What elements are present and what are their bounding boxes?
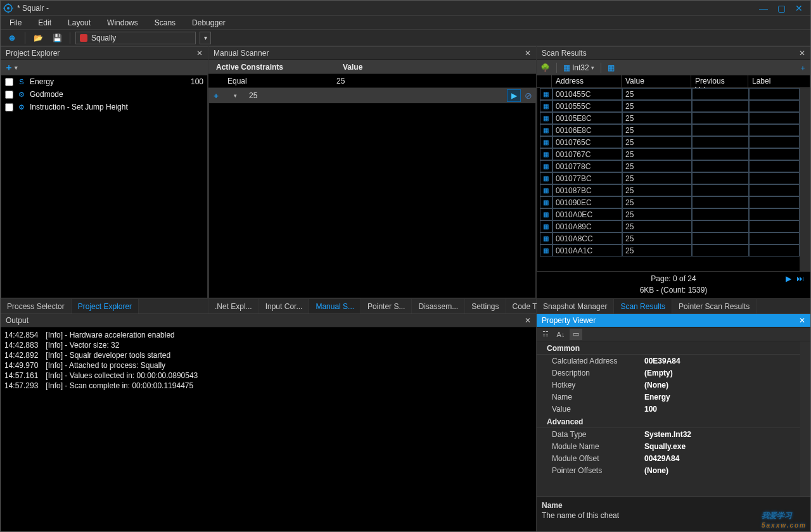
cancel-scan-icon[interactable]: ⊘ bbox=[521, 91, 536, 101]
constraint-type-dropdown[interactable]: ▾ bbox=[224, 92, 246, 99]
last-page-icon[interactable]: ⏭ bbox=[796, 274, 804, 283]
property-row[interactable]: Description (Empty) bbox=[537, 367, 800, 379]
start-scan-button[interactable]: ▶ bbox=[507, 89, 521, 102]
save-icon[interactable]: 💾 bbox=[49, 32, 65, 44]
property-row[interactable]: Name Energy bbox=[537, 391, 800, 403]
close-icon[interactable]: ✕ bbox=[525, 49, 531, 58]
project-explorer-header[interactable]: Project Explorer ✕ bbox=[1, 46, 208, 60]
property-row[interactable]: Module Name Squally.exe bbox=[537, 440, 800, 452]
menu-windows[interactable]: Windows bbox=[103, 17, 142, 28]
result-row[interactable]: ▦ 0010A89C 25 bbox=[537, 220, 800, 232]
result-row[interactable]: ▦ 001090EC 25 bbox=[537, 196, 800, 208]
tree-view-icon[interactable]: 🌳 bbox=[540, 63, 550, 72]
maximize-button[interactable]: ▢ bbox=[772, 3, 790, 13]
result-row[interactable]: ▦ 00106E8C 25 bbox=[537, 124, 800, 136]
tab[interactable]: Manual S... bbox=[309, 299, 361, 314]
property-value[interactable]: (None) bbox=[644, 379, 800, 391]
property-row[interactable]: Hotkey (None) bbox=[537, 379, 800, 391]
process-selector[interactable]: Squally bbox=[75, 32, 196, 44]
tab[interactable]: .Net Expl... bbox=[208, 299, 259, 314]
result-row[interactable]: ▦ 0010778C 25 bbox=[537, 160, 800, 172]
property-row[interactable]: Calculated Address 00E39A84 bbox=[537, 355, 800, 367]
result-row[interactable]: ▦ 0010765C 25 bbox=[537, 136, 800, 148]
item-checkbox[interactable] bbox=[5, 103, 13, 111]
result-row[interactable]: ▦ 0010A0EC 25 bbox=[537, 208, 800, 220]
result-row[interactable]: ▦ 0010767C 25 bbox=[537, 148, 800, 160]
process-dropdown-icon[interactable]: ▾ bbox=[200, 32, 211, 44]
property-value[interactable]: System.Int32 bbox=[644, 428, 800, 440]
titlebar[interactable]: * Squalr - — ▢ ✕ bbox=[1, 1, 810, 16]
property-row[interactable]: Data Type System.Int32 bbox=[537, 428, 800, 440]
manual-scanner-header[interactable]: Manual Scanner ✕ bbox=[208, 46, 536, 60]
columns-icon[interactable]: ▦ bbox=[608, 63, 615, 72]
menu-edit[interactable]: Edit bbox=[34, 17, 55, 28]
tab[interactable]: Snapshot Manager bbox=[537, 299, 614, 314]
property-row[interactable]: Value 100 bbox=[537, 403, 800, 415]
tab[interactable]: Pointer S... bbox=[361, 299, 412, 314]
scan-value-input[interactable]: 25 bbox=[246, 91, 507, 100]
property-value[interactable]: Energy bbox=[644, 391, 800, 403]
project-item[interactable]: ⚙ Instruction - Set Jump Height bbox=[1, 101, 207, 113]
close-icon[interactable]: ✕ bbox=[799, 49, 805, 58]
add-result-button[interactable]: ＋ bbox=[799, 63, 807, 73]
menu-file[interactable]: File bbox=[6, 17, 25, 28]
result-row[interactable]: ▦ 0010555C 25 bbox=[537, 100, 800, 112]
output-header[interactable]: Output ✕ bbox=[1, 314, 536, 327]
property-value[interactable]: 00429A84 bbox=[644, 452, 800, 464]
property-viewer-header[interactable]: Property Viewer ✕ bbox=[537, 314, 810, 327]
minimize-button[interactable]: — bbox=[755, 3, 772, 13]
tab[interactable]: Project Explorer bbox=[72, 299, 139, 314]
col-previous-value[interactable]: Previous Value bbox=[691, 75, 748, 87]
add-constraint-button[interactable]: ＋ bbox=[208, 89, 224, 103]
alphabetical-icon[interactable]: A↓ bbox=[554, 329, 567, 340]
output-log[interactable]: 14:42.854 [Info] - Hardware acceleration… bbox=[1, 327, 536, 531]
open-icon[interactable]: 📂 bbox=[30, 32, 46, 44]
property-group-header[interactable]: Advanced bbox=[537, 415, 800, 428]
result-row[interactable]: ▦ 0010455C 25 bbox=[537, 88, 800, 100]
property-value[interactable]: (None) bbox=[644, 464, 800, 476]
vertical-scrollbar[interactable] bbox=[800, 341, 810, 497]
result-row[interactable]: ▦ 0010A8CC 25 bbox=[537, 232, 800, 244]
col-label[interactable]: Label bbox=[748, 75, 810, 87]
property-value[interactable]: 00E39A84 bbox=[644, 355, 800, 367]
data-type-selector[interactable]: ▦ Int32 ▾ bbox=[563, 63, 594, 72]
tab[interactable]: Settings bbox=[465, 299, 506, 314]
tab[interactable]: Input Cor... bbox=[259, 299, 310, 314]
tab[interactable]: Disassem... bbox=[412, 299, 465, 314]
property-row[interactable]: Pointer Offsets (None) bbox=[537, 464, 800, 476]
target-new-icon[interactable]: ⊕ bbox=[4, 32, 20, 44]
next-page-icon[interactable]: ▶ bbox=[786, 274, 791, 283]
cell-label bbox=[749, 208, 800, 220]
tab[interactable]: Process Selector bbox=[1, 299, 72, 314]
menu-debugger[interactable]: Debugger bbox=[188, 17, 229, 28]
close-icon[interactable]: ✕ bbox=[196, 49, 203, 58]
close-icon[interactable]: ✕ bbox=[799, 316, 805, 325]
property-value[interactable]: (Empty) bbox=[644, 367, 800, 379]
property-value[interactable]: 100 bbox=[644, 403, 800, 415]
property-value[interactable]: Squally.exe bbox=[644, 440, 800, 452]
item-checkbox[interactable] bbox=[5, 91, 13, 99]
add-item-button[interactable]: ＋▾ bbox=[4, 62, 18, 73]
menu-scans[interactable]: Scans bbox=[151, 17, 179, 28]
close-icon[interactable]: ✕ bbox=[525, 316, 531, 325]
item-checkbox[interactable] bbox=[5, 78, 13, 86]
property-group-header[interactable]: Common bbox=[537, 341, 800, 355]
property-pages-icon[interactable]: ▭ bbox=[570, 329, 582, 340]
project-item[interactable]: S Energy 100 bbox=[1, 75, 207, 88]
categorized-icon[interactable]: ☷ bbox=[539, 329, 552, 340]
col-address[interactable]: Address bbox=[552, 75, 622, 87]
result-row[interactable]: ▦ 00105E8C 25 bbox=[537, 112, 800, 124]
tab[interactable]: Scan Results bbox=[614, 299, 672, 314]
result-row[interactable]: ▦ 001077BC 25 bbox=[537, 172, 800, 184]
close-button[interactable]: ✕ bbox=[790, 3, 808, 13]
project-item[interactable]: ⚙ Godmode bbox=[1, 88, 207, 101]
scan-results-header[interactable]: Scan Results ✕ bbox=[537, 46, 810, 60]
tab[interactable]: Pointer Scan Results bbox=[672, 299, 757, 314]
col-value[interactable]: Value bbox=[622, 75, 691, 87]
menu-layout[interactable]: Layout bbox=[64, 17, 94, 28]
property-row[interactable]: Module Offset 00429A84 bbox=[537, 452, 800, 464]
vertical-scrollbar[interactable] bbox=[800, 88, 810, 271]
result-row[interactable]: ▦ 0010AA1C 25 bbox=[537, 244, 800, 256]
result-row[interactable]: ▦ 001087BC 25 bbox=[537, 184, 800, 196]
constraint-row[interactable]: Equal 25 bbox=[208, 74, 536, 88]
